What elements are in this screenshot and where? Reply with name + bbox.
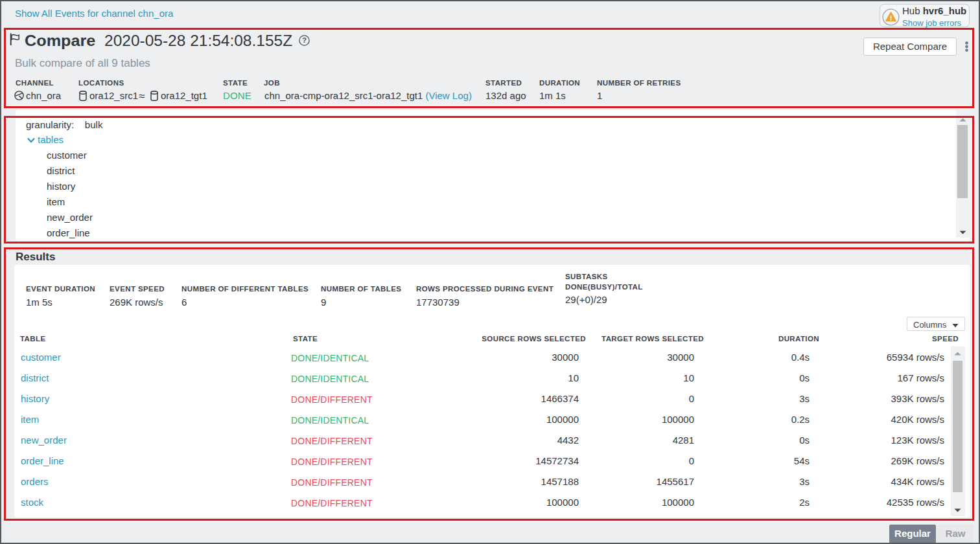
svg-text:?: ? (302, 36, 307, 44)
